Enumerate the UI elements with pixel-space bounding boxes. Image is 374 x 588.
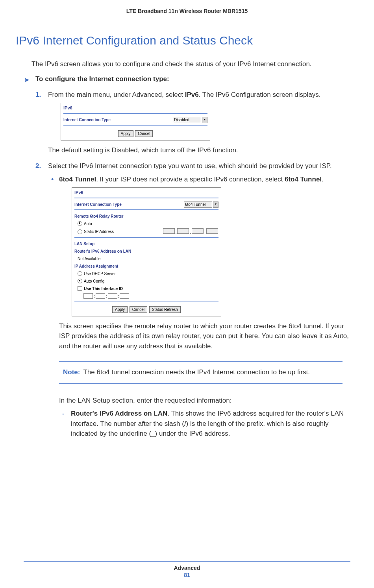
ss2-ip-octet[interactable] (192, 228, 204, 234)
ss2-conn-type-label: Internet Connection Type (74, 202, 184, 207)
note-text: The 6to4 tunnel connection needs the IPv… (83, 367, 310, 377)
ss2-iface-field[interactable] (108, 293, 117, 299)
step-1: From the main menu, under Advanced, sele… (35, 90, 350, 155)
screenshot-ipv6-6to4: IPv6 Internet Connection Type 6to4 Tunne… (72, 187, 221, 316)
ss2-refresh-button[interactable]: Status Refresh (149, 306, 181, 313)
ss2-radio-autoconf[interactable] (78, 279, 82, 283)
ss2-iface-field[interactable] (83, 293, 93, 299)
ss2-cancel-button[interactable]: Cancel (130, 306, 147, 313)
dropdown-arrow-icon[interactable]: ▾ (202, 117, 207, 123)
ss2-ip-octet[interactable] (163, 228, 175, 234)
ss2-title: IPv6 (72, 188, 221, 197)
ss2-ip-assign: IP Address Assignment (74, 263, 218, 269)
ss2-dhcp-label: Use DHCP Server (84, 271, 116, 277)
step-1-bold: IPv6 (185, 91, 199, 98)
procedure-arrow-icon: ➤ (24, 75, 30, 85)
footer-section: Advanced (0, 565, 374, 571)
ss2-relay-heading: Remote 6to4 Relay Router (74, 213, 218, 219)
step-2-text: Select the IPv6 Internet connection type… (48, 162, 332, 170)
ss2-conn-type-select[interactable]: 6to4 Tunnel (184, 202, 212, 208)
ss2-radio-dhcp[interactable] (78, 271, 82, 276)
ss2-auto-label: Auto (84, 221, 92, 227)
page-footer: Advanced 81 (0, 561, 374, 578)
ss2-router-addr: Router's IPv6 Address on LAN (74, 248, 218, 254)
ss2-apply-button[interactable]: Apply (112, 306, 128, 313)
ss2-iface-field[interactable] (120, 293, 129, 299)
step-1-text-post: . The IPv6 Configuration screen displays… (199, 91, 321, 98)
ss2-use-iface-label: Use This Interface ID (84, 286, 123, 292)
ss1-conn-type-label: Internet Connection Type (63, 117, 173, 123)
ss2-ip-octet[interactable] (177, 228, 189, 234)
step-1-text-pre: From the main menu, under Advanced, sele… (48, 91, 185, 98)
dash-item-router-ipv6: Router's IPv6 Address on LAN. This shows… (59, 409, 350, 439)
page-title: IPv6 Internet Configuration and Status C… (16, 34, 350, 47)
step-1-after: The default setting is Disabled, which t… (48, 145, 350, 155)
screenshot-ipv6-disabled: IPv6 Internet Connection Type Disabled▾ … (61, 103, 210, 141)
step-2-bullet-6to4: 6to4 Tunnel. If your ISP does not provid… (48, 174, 350, 439)
note-block: Note: The 6to4 tunnel connection needs t… (59, 361, 343, 384)
ss2-static-label: Static IP Address (84, 229, 163, 235)
ss2-not-available: Not Available (78, 256, 100, 262)
bullet-6to4-end: . (322, 176, 324, 183)
ss1-title: IPv6 (61, 103, 210, 112)
ss2-lan-setup: LAN Setup (74, 241, 218, 247)
ss2-autoconf-label: Auto Config (84, 278, 104, 284)
bullet-6to4-mid: . If your ISP does not provide a specifi… (96, 176, 285, 183)
dash-bold: Router's IPv6 Address on LAN (71, 410, 167, 417)
step-2-after-ss: This screen specifies the remote relay r… (59, 321, 350, 351)
ss2-ip-octet[interactable] (206, 228, 218, 234)
ss1-apply-button[interactable]: Apply (118, 130, 133, 137)
dropdown-arrow-icon[interactable]: ▾ (213, 202, 218, 208)
footer-page-number: 81 (0, 572, 374, 578)
ss2-iface-field[interactable] (96, 293, 105, 299)
ss1-conn-type-select[interactable]: Disabled (173, 117, 201, 123)
bullet-6to4-bold2: 6to4 Tunnel (285, 176, 322, 183)
step-2: Select the IPv6 Internet connection type… (35, 161, 350, 439)
note-label: Note: (63, 367, 80, 377)
intro-paragraph: The IPv6 screen allows you to configure … (31, 59, 350, 69)
bullet-6to4-bold: 6to4 Tunnel (59, 176, 96, 183)
ss2-radio-static[interactable] (78, 229, 82, 234)
document-header: LTE Broadband 11n Wireless Router MBR151… (24, 8, 350, 14)
ss2-checkbox-iface[interactable] (78, 286, 82, 291)
procedure-heading: To configure the Internet connection typ… (35, 75, 169, 83)
ss2-radio-auto[interactable] (78, 221, 82, 226)
lan-setup-intro: In the LAN Setup section, enter the requ… (59, 396, 350, 406)
ss1-cancel-button[interactable]: Cancel (135, 130, 153, 137)
